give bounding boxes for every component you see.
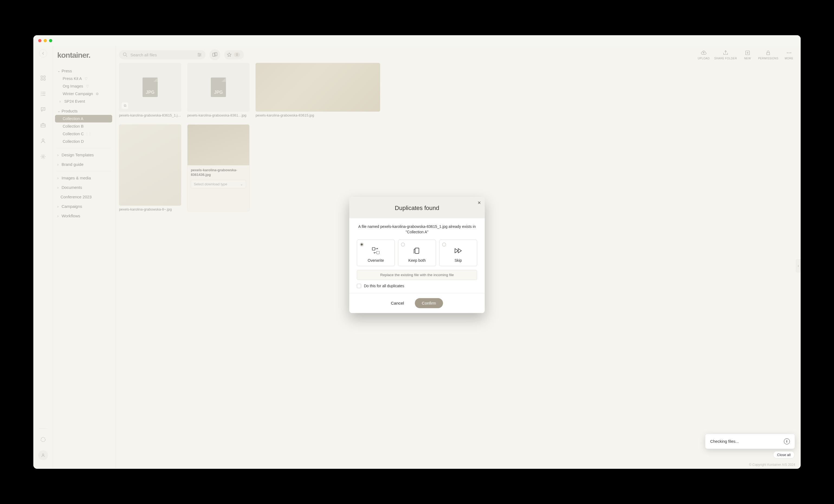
cancel-button[interactable]: Cancel — [391, 301, 404, 306]
minimize-window-icon[interactable] — [44, 39, 47, 42]
close-all-button[interactable]: Close all — [773, 451, 795, 459]
modal-header: Duplicates found ✕ — [349, 197, 485, 218]
checkbox-icon[interactable] — [357, 284, 361, 288]
modal-title: Duplicates found — [355, 204, 479, 212]
duplicates-modal: Duplicates found ✕ A file named pexels-k… — [349, 197, 485, 313]
app-window: kontainer. Press Press Kit A♡ Org Images… — [33, 35, 801, 469]
radio-icon — [442, 243, 446, 246]
info-icon[interactable]: i — [784, 438, 790, 444]
skip-icon — [454, 246, 462, 256]
svg-rect-33 — [372, 248, 375, 250]
confirm-button[interactable]: Confirm — [415, 298, 443, 308]
radio-icon — [401, 243, 405, 246]
overwrite-icon — [371, 246, 380, 256]
keep-both-icon — [413, 246, 421, 256]
radio-icon — [360, 243, 364, 246]
option-overwrite[interactable]: Overwrite — [357, 240, 395, 266]
modal-message: A file named pexels-karolina-grabowska-8… — [357, 224, 477, 235]
status-toast: Checking files... i — [705, 434, 795, 449]
svg-rect-34 — [377, 251, 379, 254]
option-skip[interactable]: Skip — [439, 240, 477, 266]
option-keep-both[interactable]: Keep both — [398, 240, 436, 266]
apply-all-row[interactable]: Do this for all duplicates — [357, 284, 477, 288]
close-icon[interactable]: ✕ — [478, 200, 481, 205]
app-body: kontainer. Press Press Kit A♡ Org Images… — [33, 46, 801, 469]
traffic-lights — [38, 39, 52, 42]
option-hint: Replace the existing file with the incom… — [357, 270, 477, 280]
close-window-icon[interactable] — [38, 39, 41, 42]
toast-message: Checking files... — [710, 439, 739, 443]
maximize-window-icon[interactable] — [49, 39, 52, 42]
titlebar — [33, 35, 801, 46]
